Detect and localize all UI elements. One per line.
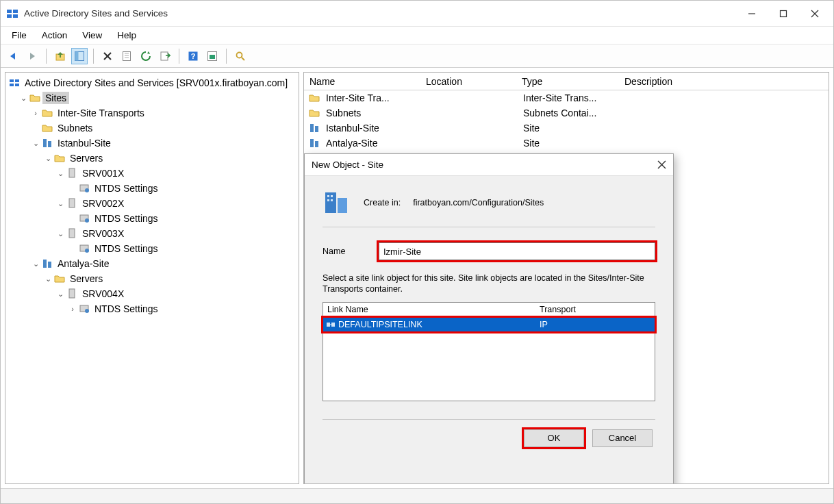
list-col-description[interactable]: Description: [619, 76, 829, 87]
tree-intersite[interactable]: › Inter-Site Transports: [7, 105, 297, 121]
menu-action[interactable]: Action: [35, 29, 75, 42]
sites-services-icon: [8, 77, 21, 88]
dialog-body: Create in: firatboyan.com/Configuration/…: [305, 176, 673, 484]
tree-ntds-2[interactable]: NTDS Settings: [7, 211, 297, 226]
list-cell-name: Subnets: [320, 108, 422, 118]
expander-icon[interactable]: ⌄: [42, 154, 53, 163]
tree-istanbul[interactable]: ⌄ Istanbul-Site: [7, 136, 297, 151]
expander-icon[interactable]: ⌄: [55, 229, 66, 238]
site-name-input[interactable]: [379, 242, 655, 260]
site-icon: [41, 138, 53, 149]
tree-servers-istanbul[interactable]: ⌄ Servers: [7, 151, 297, 166]
site-link-listbox[interactable]: Link Name Transport DEFAULTIPSITELINK IP: [323, 302, 655, 401]
up-button[interactable]: [52, 48, 68, 64]
tree-srv003x[interactable]: ⌄ SRV003X: [7, 226, 297, 241]
svg-rect-3: [13, 14, 18, 18]
titlebar: Active Directory Sites and Services: [1, 1, 833, 27]
settings-button[interactable]: [204, 48, 220, 64]
list-row[interactable]: Inter-Site Tra... Inter-Site Trans...: [304, 90, 829, 105]
list-cell-name: Antalya-Site: [320, 138, 422, 149]
tree-ntds-label: NTDS Settings: [92, 242, 161, 255]
back-button[interactable]: [5, 48, 21, 64]
expander-icon[interactable]: ⌄: [42, 275, 53, 284]
link-header-transport[interactable]: Transport: [535, 305, 655, 314]
forward-button[interactable]: [24, 48, 40, 64]
tree-ntds-1[interactable]: NTDS Settings: [7, 181, 297, 196]
tree-srv004x[interactable]: ⌄ SRV004X: [7, 286, 297, 301]
site-icon: [41, 258, 53, 269]
cancel-button[interactable]: Cancel: [592, 429, 653, 447]
svg-rect-29: [48, 141, 51, 147]
expander-icon[interactable]: ⌄: [55, 169, 66, 178]
expander-icon[interactable]: ⌄: [18, 94, 29, 103]
svg-rect-40: [48, 262, 51, 268]
help-button[interactable]: ?: [185, 48, 201, 64]
dialog-close-button[interactable]: [657, 160, 666, 169]
tree-servers-antalya[interactable]: ⌄ Servers: [7, 271, 297, 286]
tree-sites[interactable]: ⌄ Sites: [7, 90, 297, 105]
tree-intersite-label: Inter-Site Transports: [55, 107, 147, 119]
expander-icon[interactable]: ›: [67, 305, 78, 313]
name-label: Name: [323, 247, 370, 256]
tree-ntds-3[interactable]: NTDS Settings: [7, 241, 297, 256]
folder-icon: [41, 123, 53, 134]
svg-rect-54: [327, 199, 329, 201]
svg-rect-44: [310, 124, 314, 132]
tree-panel: Active Directory Sites and Services [SRV…: [5, 72, 299, 484]
menu-view[interactable]: View: [75, 29, 109, 42]
list-row[interactable]: Antalya-Site Site: [304, 136, 829, 151]
show-hide-tree-button[interactable]: [71, 48, 88, 64]
tree-srv001x[interactable]: ⌄ SRV001X: [7, 166, 297, 181]
tree-antalya[interactable]: ⌄ Antalya-Site: [7, 256, 297, 271]
statusbar: [1, 488, 833, 503]
delete-button[interactable]: [99, 48, 116, 64]
tree-ntds-4[interactable]: › NTDS Settings: [7, 301, 297, 316]
folder-icon: [41, 108, 53, 118]
site-link-row[interactable]: DEFAULTIPSITELINK IP: [323, 318, 655, 331]
window-close-button[interactable]: [799, 3, 831, 25]
list-col-type[interactable]: Type: [516, 76, 619, 87]
svg-rect-1: [13, 10, 18, 13]
tree-subnets[interactable]: Subnets: [7, 121, 297, 136]
svg-rect-25: [15, 79, 19, 82]
separator: [46, 49, 47, 64]
link-header-name[interactable]: Link Name: [323, 305, 535, 314]
list-row[interactable]: Istanbul-Site Site: [304, 121, 829, 136]
tree-ntds-label: NTDS Settings: [92, 182, 161, 194]
list-col-name[interactable]: Name: [304, 76, 420, 87]
find-button[interactable]: [232, 48, 249, 64]
ntds-icon: [78, 213, 90, 224]
svg-rect-41: [69, 289, 75, 298]
properties-button[interactable]: [118, 48, 135, 64]
window-minimize-button[interactable]: [736, 3, 768, 25]
tree-ntds-label: NTDS Settings: [92, 212, 161, 225]
site-icon: [308, 138, 320, 149]
tree-root[interactable]: Active Directory Sites and Services [SRV…: [7, 75, 297, 90]
window-maximize-button[interactable]: [768, 3, 799, 25]
svg-rect-27: [15, 84, 19, 86]
menu-help[interactable]: Help: [110, 29, 143, 42]
svg-point-32: [85, 188, 89, 192]
list-row[interactable]: Subnets Subnets Contai...: [304, 105, 829, 121]
separator: [226, 49, 227, 64]
tree-srv002x[interactable]: ⌄ SRV002X: [7, 196, 297, 211]
tree-srv001x-label: SRV001X: [79, 167, 127, 179]
site-link-transport: IP: [535, 320, 655, 329]
expander-icon[interactable]: ⌄: [55, 290, 66, 299]
ok-button[interactable]: OK: [524, 429, 584, 447]
expander-icon[interactable]: ›: [30, 109, 41, 117]
list-col-location[interactable]: Location: [420, 76, 516, 87]
list-cell-name: Istanbul-Site: [320, 123, 422, 134]
svg-rect-39: [43, 260, 47, 268]
tree-antalya-label: Antalya-Site: [55, 257, 112, 270]
refresh-button[interactable]: [138, 48, 154, 64]
folder-icon: [29, 92, 41, 103]
export-button[interactable]: [157, 48, 173, 64]
expander-icon[interactable]: ⌄: [55, 199, 66, 208]
expander-icon[interactable]: ⌄: [30, 260, 41, 268]
main-area: Active Directory Sites and Services [SRV…: [1, 68, 833, 488]
tree-srv003x-label: SRV003X: [79, 227, 127, 240]
expander-icon[interactable]: ⌄: [30, 139, 41, 148]
separator: [179, 49, 179, 64]
menu-file[interactable]: File: [5, 29, 34, 42]
